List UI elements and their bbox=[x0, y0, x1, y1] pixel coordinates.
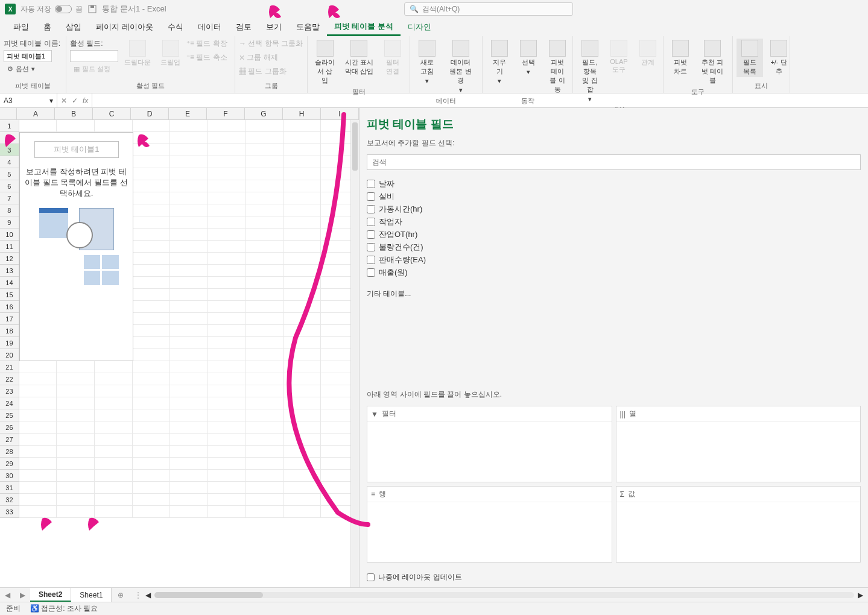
cell[interactable] bbox=[170, 373, 208, 385]
fx-icon[interactable]: fx bbox=[83, 96, 88, 105]
cell[interactable] bbox=[284, 446, 322, 458]
cell[interactable] bbox=[246, 253, 284, 265]
cell[interactable] bbox=[246, 156, 284, 168]
cell[interactable] bbox=[284, 144, 322, 156]
cell[interactable] bbox=[284, 361, 322, 373]
row-header-27[interactable]: 27 bbox=[0, 434, 19, 446]
row-header-6[interactable]: 6 bbox=[0, 180, 19, 192]
cell[interactable] bbox=[133, 132, 171, 144]
row-header-29[interactable]: 29 bbox=[0, 458, 19, 470]
cell[interactable] bbox=[246, 337, 284, 349]
row-header-16[interactable]: 16 bbox=[0, 301, 19, 313]
drop-area-filter[interactable]: ▼필터 bbox=[367, 406, 612, 482]
field-checkbox[interactable] bbox=[367, 180, 375, 188]
cell[interactable] bbox=[170, 289, 208, 301]
cell[interactable] bbox=[208, 337, 246, 349]
cell[interactable] bbox=[284, 241, 322, 253]
cell[interactable] bbox=[246, 229, 284, 241]
row-header-26[interactable]: 26 bbox=[0, 421, 19, 434]
cell[interactable] bbox=[284, 337, 322, 349]
cell[interactable] bbox=[133, 289, 171, 301]
cell[interactable] bbox=[284, 229, 322, 241]
cell[interactable] bbox=[19, 458, 57, 470]
enter-icon[interactable]: ✓ bbox=[72, 96, 78, 105]
field-checkbox[interactable] bbox=[367, 218, 375, 226]
cell[interactable] bbox=[133, 144, 171, 156]
cell[interactable] bbox=[208, 385, 246, 397]
cell[interactable] bbox=[57, 397, 95, 409]
row-header-31[interactable]: 31 bbox=[0, 482, 19, 494]
cell[interactable] bbox=[133, 325, 171, 337]
cell[interactable] bbox=[208, 409, 246, 421]
cell[interactable] bbox=[133, 180, 171, 192]
cell[interactable] bbox=[208, 144, 246, 156]
cell[interactable] bbox=[133, 385, 171, 397]
cell[interactable] bbox=[170, 253, 208, 265]
tab-help[interactable]: 도움말 bbox=[289, 18, 327, 36]
cell[interactable] bbox=[284, 192, 322, 204]
drop-area-values[interactable]: Σ값 bbox=[616, 486, 861, 563]
clear-button[interactable]: 지우기 ▾ bbox=[486, 39, 513, 86]
insert-slicer-button[interactable]: 슬라이서 삽입 bbox=[311, 39, 339, 86]
cell[interactable] bbox=[246, 482, 284, 494]
cell[interactable] bbox=[133, 313, 171, 325]
cell[interactable] bbox=[284, 132, 322, 144]
select-all-corner[interactable] bbox=[0, 108, 17, 120]
cell[interactable] bbox=[170, 265, 208, 277]
cell[interactable] bbox=[19, 409, 57, 421]
cell[interactable] bbox=[133, 421, 171, 434]
cell[interactable] bbox=[246, 277, 284, 289]
field-checkbox[interactable] bbox=[367, 243, 375, 251]
row-header-2[interactable]: 2 bbox=[0, 132, 19, 144]
hscroll-left[interactable]: ◀ bbox=[145, 591, 151, 599]
cell[interactable] bbox=[284, 421, 322, 434]
row-header-11[interactable]: 11 bbox=[0, 241, 19, 253]
change-source-button[interactable]: 데이터 원본 변경 ▾ bbox=[443, 39, 478, 95]
cell[interactable] bbox=[284, 180, 322, 192]
cell[interactable] bbox=[170, 397, 208, 409]
cell[interactable] bbox=[246, 325, 284, 337]
cell[interactable] bbox=[208, 265, 246, 277]
cell[interactable] bbox=[133, 120, 171, 132]
tab-formulas[interactable]: 수식 bbox=[160, 18, 191, 36]
col-header-B[interactable]: B bbox=[55, 108, 93, 120]
select-button[interactable]: 선택 ▾ bbox=[515, 39, 542, 77]
cell[interactable] bbox=[208, 120, 246, 132]
cell[interactable] bbox=[284, 301, 322, 313]
cell[interactable] bbox=[133, 192, 171, 204]
cell[interactable] bbox=[170, 325, 208, 337]
cell[interactable] bbox=[95, 506, 133, 518]
cell[interactable] bbox=[246, 132, 284, 144]
cell[interactable] bbox=[133, 470, 171, 482]
cell[interactable] bbox=[170, 277, 208, 289]
drop-area-columns[interactable]: |||열 bbox=[616, 406, 861, 482]
cell[interactable] bbox=[208, 373, 246, 385]
cell[interactable] bbox=[57, 385, 95, 397]
row-header-18[interactable]: 18 bbox=[0, 325, 19, 337]
formula-input[interactable] bbox=[92, 93, 868, 107]
cell[interactable] bbox=[95, 482, 133, 494]
cell[interactable] bbox=[95, 373, 133, 385]
row-header-13[interactable]: 13 bbox=[0, 265, 19, 277]
tab-data[interactable]: 데이터 bbox=[191, 18, 229, 36]
cell[interactable] bbox=[170, 421, 208, 434]
cell[interactable] bbox=[95, 421, 133, 434]
field-item[interactable]: 가동시간(hr) bbox=[367, 204, 861, 215]
cell[interactable] bbox=[170, 313, 208, 325]
cell[interactable] bbox=[170, 385, 208, 397]
cell[interactable] bbox=[208, 349, 246, 361]
cell[interactable] bbox=[133, 229, 171, 241]
cell[interactable] bbox=[95, 458, 133, 470]
af-input[interactable] bbox=[70, 50, 118, 62]
cell[interactable] bbox=[19, 397, 57, 409]
col-header-C[interactable]: C bbox=[93, 108, 131, 120]
field-item[interactable]: 매출(원) bbox=[367, 267, 861, 278]
cell[interactable] bbox=[208, 421, 246, 434]
cell[interactable] bbox=[57, 458, 95, 470]
cell[interactable] bbox=[284, 277, 322, 289]
tab-insert[interactable]: 삽입 bbox=[59, 18, 89, 36]
cell[interactable] bbox=[246, 373, 284, 385]
vertical-scrollbar[interactable] bbox=[350, 120, 359, 587]
row-header-24[interactable]: 24 bbox=[0, 397, 19, 409]
cell[interactable] bbox=[284, 409, 322, 421]
